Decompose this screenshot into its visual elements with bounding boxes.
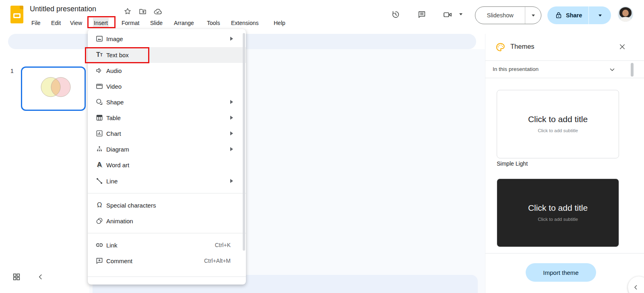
menu-format[interactable]: Format [121,18,140,28]
slideshow-button-group: Slideshow [475,6,541,24]
link-icon [95,241,104,249]
panel-scrollbar[interactable] [631,63,634,77]
theme-title-placeholder: Click to add title [497,203,619,213]
theme-subtitle-placeholder: Click to add subtitle [497,128,619,133]
menu-item-diagram[interactable]: Diagram [88,141,246,157]
menu-tools[interactable]: Tools [206,18,221,28]
camera-dropdown-icon[interactable] [459,13,462,15]
submenu-arrow-icon [230,179,233,183]
comment-plus-icon [95,256,104,265]
cloud-status-icon[interactable] [153,7,162,16]
menu-view[interactable]: View [69,18,83,28]
share-button[interactable]: Share [566,12,588,19]
slide-number: 1 [10,68,14,74]
menu-item-comment[interactable]: Comment Ctrl+Alt+M [88,253,246,269]
submenu-arrow-icon [230,131,233,135]
meet-camera-icon[interactable] [443,10,452,19]
close-icon[interactable] [617,42,627,52]
section-label: In this presentation [493,66,539,72]
collapse-filmstrip-icon[interactable] [37,273,45,281]
menu-item-video[interactable]: Video [88,79,246,94]
comments-icon[interactable] [417,10,427,19]
menu-scrollbar[interactable] [243,33,245,251]
slides-logo-icon[interactable] [10,6,23,23]
menu-item-link[interactable]: Link Ctrl+K [88,237,246,253]
menu-item-special-characters[interactable]: Ω Special characters [88,197,246,213]
menu-item-table[interactable]: Table [88,110,246,126]
wordart-icon: A [95,160,104,169]
chevron-down-icon [609,66,616,73]
video-icon [95,82,104,91]
menu-insert[interactable]: Insert [93,18,109,28]
table-icon [95,113,104,122]
move-folder-icon[interactable] [138,7,147,16]
theme-card-dark[interactable]: Click to add title Click to add subtitle [497,179,619,247]
submenu-arrow-icon [230,100,233,104]
menu-item-animation[interactable]: Animation [88,213,246,229]
grid-view-icon[interactable] [12,272,22,282]
menu-item-image[interactable]: Image [88,31,246,47]
diagram-icon [95,145,104,154]
menu-item-new-slide[interactable]: New slide Ctrl+M [88,281,246,285]
menu-arrange[interactable]: Arrange [173,18,195,28]
insert-dropdown-menu: Image TT Text box Audio Video Shape Tabl… [88,29,246,285]
shortcut-label: Ctrl+M [214,281,231,285]
menu-item-audio[interactable]: Audio [88,63,246,79]
shape-icon [95,98,104,106]
version-history-icon[interactable] [391,10,400,19]
line-icon [95,177,104,185]
menu-slide[interactable]: Slide [149,18,163,28]
omega-icon: Ω [95,201,104,210]
theme-name: Simple Light [497,160,528,167]
animation-icon [95,216,104,225]
menu-item-chart[interactable]: Chart [88,126,246,141]
slideshow-dropdown-icon[interactable] [525,15,541,17]
menu-item-word-art[interactable]: A Word art [88,157,246,173]
menu-item-line[interactable]: Line [88,173,246,189]
shortcut-label: Ctrl+Alt+M [204,253,231,269]
theme-section-dropdown[interactable]: In this presentation [485,61,644,78]
theme-title-placeholder: Click to add title [497,114,619,124]
star-icon[interactable] [123,7,132,16]
menu-item-text-box[interactable]: TT Text box [88,47,246,63]
theme-subtitle-placeholder: Click to add subtitle [497,217,619,222]
google-slides-app: Untitled presentation File Edit View Ins… [0,0,644,293]
submenu-arrow-icon [230,37,233,41]
filmstrip-panel: 1 [0,49,89,293]
menu-extensions[interactable]: Extensions [230,18,259,28]
menu-file[interactable]: File [31,18,41,28]
slideshow-button[interactable]: Slideshow [475,12,525,19]
shortcut-label: Ctrl+K [215,237,231,253]
textbox-icon: TT [95,50,104,59]
menu-help[interactable]: Help [273,18,286,28]
chevron-left-icon [633,284,639,291]
menu-item-shape[interactable]: Shape [88,94,246,110]
new-slide-icon [95,284,104,285]
image-icon [95,34,104,43]
thumbnail-venn [22,68,85,110]
lock-icon [555,11,563,19]
audio-icon [95,66,104,75]
themes-panel-title: Themes [510,43,535,50]
import-theme-button[interactable]: Import theme [526,263,596,282]
palette-icon [495,42,506,52]
submenu-arrow-icon [230,147,233,151]
account-avatar[interactable] [618,6,633,22]
share-dropdown-icon[interactable] [589,15,611,17]
share-button-group: Share [547,6,611,24]
chart-icon [95,129,104,138]
document-title[interactable]: Untitled presentation [30,5,96,13]
submenu-arrow-icon [230,116,233,120]
menu-edit[interactable]: Edit [50,18,62,28]
slide-thumbnail[interactable] [21,66,86,111]
themes-panel: Themes In this presentation Click to add… [485,34,644,293]
theme-card-simple-light[interactable]: Click to add title Click to add subtitle [497,90,619,158]
